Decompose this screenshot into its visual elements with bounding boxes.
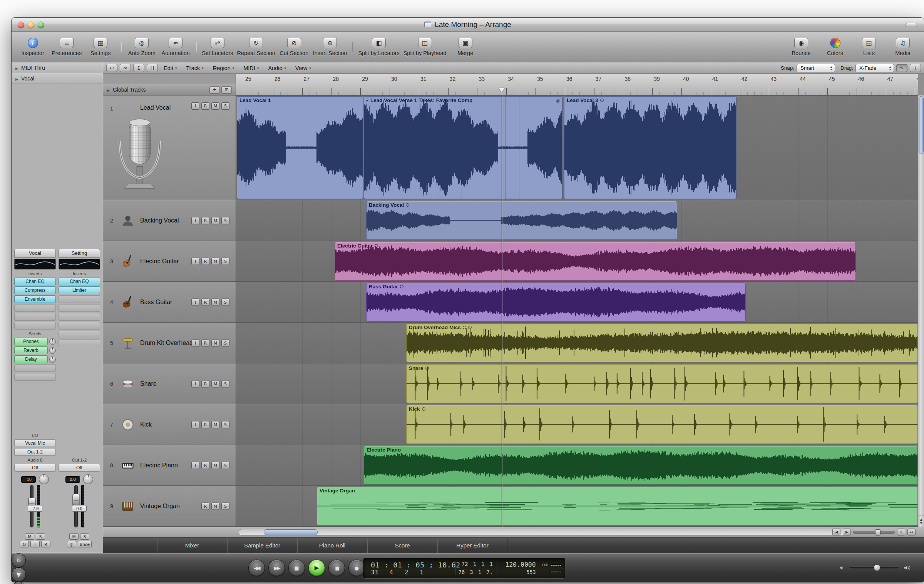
solo-button[interactable]: S (221, 258, 229, 265)
track-row-kick[interactable]: 7KickIRMS (103, 404, 236, 445)
bypass-button[interactable]: Off (14, 464, 56, 472)
mute-button[interactable]: M (211, 462, 219, 469)
track-row-snare[interactable]: 6SnareIRMS (103, 363, 236, 404)
insert-slot-empty[interactable] (14, 313, 56, 321)
io-slot-out-1-2[interactable]: Out 1-2 (14, 448, 56, 456)
strip-button-r[interactable]: R (41, 541, 50, 547)
solo-button[interactable]: S (12, 582, 26, 584)
region-kick[interactable]: Kick (406, 405, 918, 444)
record-enable-button[interactable]: R (201, 462, 209, 469)
insert-slot-empty[interactable] (59, 295, 100, 303)
send-slot-delay[interactable]: Delay (14, 355, 48, 363)
insert-slot-limiter[interactable]: Limiter (59, 286, 100, 294)
menu-edit[interactable]: Edit (160, 65, 181, 71)
toolbar-item-lists[interactable]: ▤Lists (854, 38, 884, 56)
track-row-vintage-organ[interactable]: 9Vintage OrganRMS (103, 486, 236, 527)
solo-button[interactable]: S (221, 298, 229, 306)
region-lead-vocal-verse-1-takes-favorite-comp[interactable]: ▸Lead Vocal Verse 1 Takes: Favorite Comp… (364, 96, 562, 199)
tab-sample-editor[interactable]: Sample Editor (227, 538, 297, 553)
volume-slider[interactable] (849, 566, 900, 569)
toolbar-toggle-button[interactable] (906, 23, 917, 27)
region-backing-vocal[interactable]: Backing Vocal (366, 201, 677, 240)
horizontal-scrollbar-thumb[interactable] (264, 529, 318, 535)
add-global-track-button[interactable]: + (209, 86, 220, 94)
mute-button[interactable]: M (211, 380, 219, 387)
region-canvas[interactable]: Lead Vocal 1▸Lead Vocal Verse 1 Takes: F… (236, 95, 918, 527)
toolbar-item-media[interactable]: ♫Media (888, 38, 918, 56)
region-lead-vocal-3[interactable]: Lead Vocal 3 (564, 96, 737, 199)
zoom-slider-thumb[interactable] (875, 529, 880, 535)
scroll-left-button[interactable] (832, 529, 840, 535)
insert-slot-empty[interactable] (59, 322, 100, 330)
scroll-right-button[interactable] (843, 529, 851, 535)
record-enable-button[interactable]: R (201, 502, 209, 510)
toolbar-item-split-by-locators[interactable]: ◧Split by Locators (358, 38, 399, 56)
toolbar-item-cut-section[interactable]: ⊘Cut Section (279, 38, 309, 56)
send-slot-empty[interactable] (14, 373, 56, 381)
send-slot-reverb[interactable]: Reverb (14, 346, 48, 354)
tab-mixer[interactable]: Mixer (157, 538, 227, 553)
global-tracks-header[interactable]: Global Tracks +⊞ (103, 84, 236, 95)
track-row-electric-piano[interactable]: 8Electric PianoIRMS (103, 445, 236, 486)
send-knob[interactable] (49, 338, 56, 345)
mute-button[interactable]: M (211, 339, 219, 346)
track-row-backing-vocal[interactable]: 2Backing VocalIRMS (103, 200, 236, 241)
solo-button[interactable]: S (221, 380, 229, 387)
mute-button[interactable]: M (211, 298, 219, 306)
strip-button-i[interactable]: I (30, 541, 40, 547)
cycle-button[interactable]: ↻ (12, 553, 26, 567)
disclosure-vocal[interactable]: Vocal (12, 73, 103, 84)
toolbar-item-auto-zoom[interactable]: ◎Auto Zoom (127, 38, 157, 56)
drag-popup[interactable]: X-Fade (855, 64, 894, 72)
record-enable-button[interactable]: R (201, 298, 209, 306)
toolbar-item-automation[interactable]: ≈Automation (161, 38, 191, 56)
strip-button-icon[interactable]: ◎ (67, 541, 76, 547)
link-button[interactable]: ∞ (120, 64, 131, 72)
solo-button[interactable]: S (80, 533, 89, 540)
input-monitor-button[interactable]: I (191, 258, 199, 265)
hide-tracks-button[interactable]: H (147, 64, 158, 72)
track-row-drum-kit-overhead[interactable]: 5Drum Kit OverheadIRMS (103, 323, 236, 363)
toolbar-item-colors[interactable]: Colors (820, 38, 850, 56)
autopunch-button[interactable]: ▼ (12, 567, 26, 582)
playhead-line[interactable] (502, 95, 502, 527)
scrollbar-arrows-icon[interactable] (918, 515, 924, 527)
io-slot-vocal-mic[interactable]: Vocal Mic (14, 439, 56, 447)
stop-button[interactable]: ■ (288, 559, 305, 576)
volume-slider-thumb[interactable] (874, 564, 880, 571)
track-row-lead-vocal[interactable]: 1Lead VocalIRMS (103, 95, 236, 200)
forward-button[interactable]: ▶▶ (268, 559, 285, 576)
input-monitor-button[interactable]: I (191, 380, 199, 387)
region-drum-overhead-mics[interactable]: Drum Overhead Mics (406, 323, 918, 362)
tab-hyper-editor[interactable]: Hyper Editor (437, 538, 507, 553)
channel-strip-tab[interactable]: Setting (59, 249, 100, 258)
toolbar-item-settings[interactable]: ▦Settings (85, 38, 116, 56)
toolbar-item-set-locators[interactable]: ⇄Set Locators (202, 38, 233, 56)
toolbar-item-repeat-section[interactable]: ↻Repeat Section (237, 38, 275, 56)
record-enable-button[interactable]: R (201, 339, 209, 346)
strip-button-bnce[interactable]: Bnce (78, 541, 92, 547)
track-row-bass-guitar[interactable]: 4Bass GuitarIRMS (103, 282, 236, 323)
pointer-tool-button[interactable]: ↖ (896, 64, 907, 72)
solo-button[interactable]: S (36, 533, 45, 540)
region-snare[interactable]: Snare (406, 364, 918, 403)
eq-thumbnail-display[interactable] (59, 259, 100, 269)
play-button[interactable]: ▶ (308, 559, 325, 576)
menu-midi[interactable]: MIDI (240, 65, 262, 71)
pause-button[interactable]: ▮▮ (328, 559, 345, 576)
solo-button[interactable]: S (221, 421, 229, 428)
record-enable-button[interactable]: R (201, 380, 209, 387)
vertical-zoom-icon[interactable] (897, 529, 905, 535)
bypass-button[interactable]: Off (59, 464, 100, 472)
toolbar-item-preferences[interactable]: ≡Preferences (52, 38, 82, 56)
input-monitor-button[interactable]: I (191, 102, 199, 110)
insert-slot-empty[interactable] (59, 313, 100, 321)
strip-button-o[interactable]: O (20, 541, 29, 547)
horizontal-scrollbar[interactable] (239, 529, 846, 535)
input-monitor-button[interactable]: I (191, 298, 199, 306)
mute-button[interactable]: M (25, 533, 34, 540)
send-slot-phones[interactable]: Phones (14, 338, 48, 345)
tab-score[interactable]: Score (367, 538, 437, 553)
disclosure-midi-thru[interactable]: MIDI Thru (12, 62, 103, 73)
record-enable-button[interactable]: R (201, 217, 209, 224)
